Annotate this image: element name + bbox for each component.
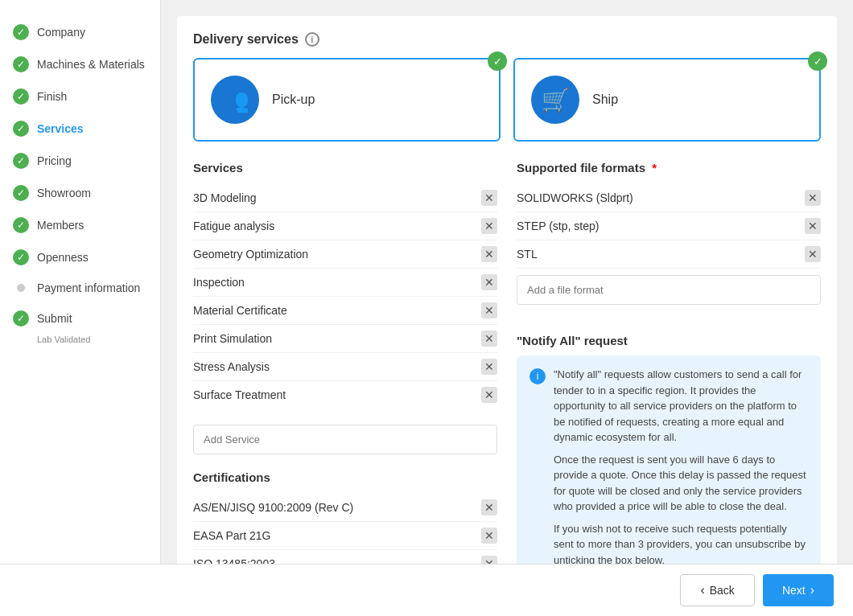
sidebar-icon-company: ✓ [13,24,29,40]
delivery-card-check-ship: ✓ [808,51,827,71]
file-format-item: STL✕ [517,240,821,269]
delivery-label-pickup: Pick-up [272,92,315,107]
left-column: Services 3D Modeling✕Fatigue analysis✕Ge… [193,161,497,616]
sidebar-icon-showroom: ✓ [13,185,29,201]
service-item: Stress Analysis✕ [193,353,497,381]
service-item-label: Inspection [193,276,245,289]
service-item-label: Stress Analysis [193,360,270,373]
service-list: 3D Modeling✕Fatigue analysis✕Geometry Op… [193,184,497,409]
file-format-label: STL [517,248,538,261]
sidebar-label-openness: Openness [37,251,89,264]
sidebar-sublabel-submit: Lab Validated [24,335,160,349]
notify-info-icon: i [530,368,546,384]
sidebar-label-services: Services [37,122,84,135]
add-file-format-input[interactable] [517,275,821,305]
remove-format-button[interactable]: ✕ [805,246,821,262]
service-item-label: Surface Treatment [193,388,286,401]
sidebar-item-payment-information[interactable]: Payment information [0,273,160,302]
content-card: Delivery services i ✓👥Pick-up✓🛒Ship Serv… [177,16,837,616]
service-item: 3D Modeling✕ [193,184,497,212]
service-item-label: Print Simulation [193,332,272,345]
remove-service-button[interactable]: ✕ [481,359,497,375]
delivery-icon-ship: 🛒 [531,76,579,124]
bottom-nav: ‹ Back Next › [0,564,853,616]
format-list: SOLIDWORKS (Sldprt)✕STEP (stp, step)✕STL… [517,184,821,269]
sidebar-icon-members: ✓ [13,217,29,233]
sidebar-icon-finish: ✓ [13,88,29,105]
remove-service-button[interactable]: ✕ [481,302,497,318]
remove-service-button[interactable]: ✕ [481,190,497,206]
file-formats-title: Supported file formats * [517,161,821,175]
service-item: Geometry Optimization✕ [193,240,497,269]
remove-service-button[interactable]: ✕ [481,387,497,403]
delivery-label-ship: Ship [592,92,618,107]
remove-format-button[interactable]: ✕ [805,218,821,234]
notify-paragraph: If you wish not to receive such requests… [554,521,808,569]
main-content: Delivery services i ✓👥Pick-up✓🛒Ship Serv… [161,0,853,616]
next-button[interactable]: Next › [763,574,834,606]
services-section-title: Services [193,161,497,175]
sidebar-icon-submit: ✓ [13,310,29,326]
file-format-label: STEP (stp, step) [517,220,599,232]
sidebar-icon-openness: ✓ [13,249,29,265]
certification-item: EASA Part 21G✕ [193,522,497,550]
sidebar-icon-pricing: ✓ [13,153,29,169]
remove-service-button[interactable]: ✕ [481,218,497,234]
delivery-icon-pickup: 👥 [211,76,259,124]
certification-item-label: AS/EN/JISQ 9100:2009 (Rev C) [193,501,353,514]
sidebar-icon-machines-materials: ✓ [13,56,29,72]
sidebar-item-machines-materials[interactable]: ✓Machines & Materials [0,48,160,80]
file-format-label: SOLIDWORKS (Sldprt) [517,191,633,204]
sidebar-item-pricing[interactable]: ✓Pricing [0,145,160,177]
sidebar-label-machines-materials: Machines & Materials [37,58,145,71]
delivery-card-pickup[interactable]: ✓👥Pick-up [193,58,501,142]
notify-paragraph: Once the request is sent you will have 6… [554,452,808,515]
service-item-label: 3D Modeling [193,191,257,204]
delivery-card-ship[interactable]: ✓🛒Ship [513,58,821,142]
sidebar-label-payment-information: Payment information [37,281,140,294]
service-item-label: Fatigue analysis [193,220,274,232]
sidebar: ✓Company✓Machines & Materials✓Finish✓Ser… [0,0,161,616]
back-button[interactable]: ‹ Back [680,574,754,606]
notify-all-box: i "Notify all" requests allow customers … [517,355,821,579]
remove-service-button[interactable]: ✕ [481,246,497,262]
remove-service-button[interactable]: ✕ [481,274,497,290]
sidebar-item-showroom[interactable]: ✓Showroom [0,177,160,209]
sidebar-item-members[interactable]: ✓Members [0,209,160,241]
sidebar-item-submit[interactable]: ✓Submit [0,302,160,335]
right-column: Supported file formats * SOLIDWORKS (Sld… [517,161,821,616]
delivery-title-text: Delivery services [193,32,299,47]
service-item: Print Simulation✕ [193,325,497,353]
remove-service-button[interactable]: ✕ [481,331,497,347]
remove-certification-button[interactable]: ✕ [481,528,497,544]
two-col-layout: Services 3D Modeling✕Fatigue analysis✕Ge… [193,161,821,616]
service-item: Fatigue analysis✕ [193,212,497,240]
sidebar-icon-services: ✓ [13,121,29,137]
delivery-cards: ✓👥Pick-up✓🛒Ship [193,58,821,142]
delivery-card-check-pickup: ✓ [488,51,507,71]
notify-paragraph: "Notify all" requests allow customers to… [554,367,808,446]
sidebar-label-members: Members [37,219,84,232]
file-format-item: STEP (stp, step)✕ [517,212,821,240]
service-item: Surface Treatment✕ [193,381,497,409]
notify-text: "Notify all" requests allow customers to… [554,367,808,568]
sidebar-label-company: Company [37,26,85,39]
sidebar-icon-payment-information [17,284,25,292]
sidebar-item-openness[interactable]: ✓Openness [0,241,160,273]
notify-all-title: "Notify All" request [517,334,821,347]
delivery-section-title: Delivery services i [193,32,821,47]
remove-certification-button[interactable]: ✕ [481,499,497,515]
sidebar-item-finish[interactable]: ✓Finish [0,80,160,113]
sidebar-item-services[interactable]: ✓Services [0,113,160,145]
sidebar-label-submit: Submit [37,312,72,325]
delivery-info-icon[interactable]: i [305,32,319,47]
certification-item-label: EASA Part 21G [193,529,271,542]
add-service-input[interactable] [193,425,497,454]
sidebar-label-showroom: Showroom [37,187,91,199]
remove-format-button[interactable]: ✕ [805,190,821,206]
service-item: Inspection✕ [193,269,497,297]
sidebar-item-company[interactable]: ✓Company [0,16,160,48]
certifications-section-title: Certifications [193,470,497,484]
service-item: Material Certificate✕ [193,297,497,325]
notify-box-header: i "Notify all" requests allow customers … [530,367,808,568]
